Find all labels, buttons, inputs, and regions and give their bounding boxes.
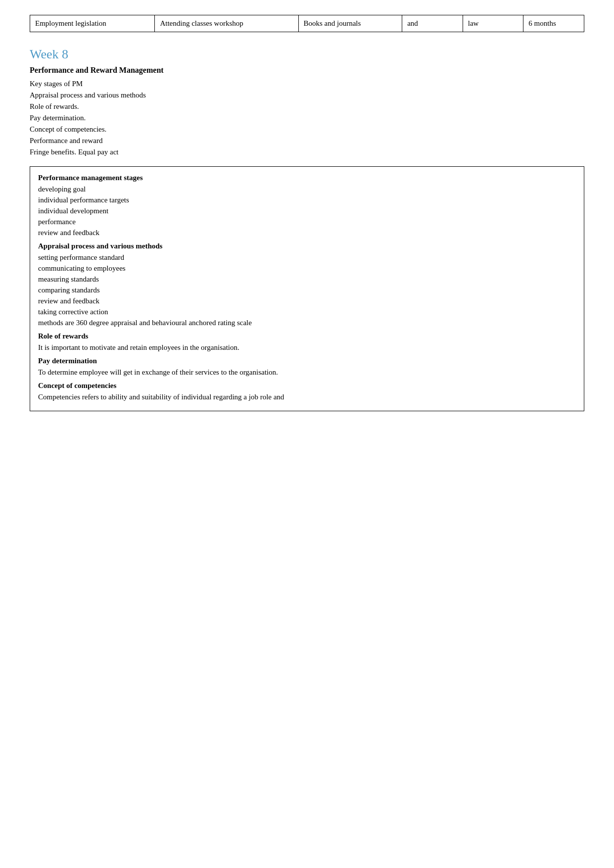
col-attending: Attending classes workshop [155,15,298,32]
appraisal-item-5: review and feedback [38,297,576,305]
rewards-section: Role of rewards It is important to motiv… [38,332,576,352]
appraisal-title: Appraisal process and various methods [38,242,576,250]
appraisal-item-2: communicating to employees [38,264,576,273]
topic-2: Appraisal process and various methods [30,91,584,99]
col-books: Books and journals [298,15,402,32]
appraisal-item-1: setting performance standard [38,253,576,262]
pm-item-3: individual development [38,207,576,215]
pm-stages-title: Performance management stages [38,174,576,182]
col-law: law [463,15,523,32]
topic-5: Concept of competencies. [30,125,584,134]
pm-item-5: review and feedback [38,229,576,237]
topic-list: Key stages of PM Appraisal process and v… [30,80,584,156]
pm-item-2: individual performance targets [38,196,576,204]
pay-section: Pay determination To determine employee … [38,357,576,377]
col-months: 6 months [523,15,584,32]
rewards-text: It is important to motivate and retain e… [38,343,576,352]
topic-3: Role of rewards. [30,102,584,111]
pay-title: Pay determination [38,357,576,365]
topic-6: Performance and reward [30,137,584,145]
section-title: Performance and Reward Management [30,66,584,75]
col-and: and [402,15,463,32]
appraisal-item-3: measuring standards [38,275,576,284]
appraisal-item-6: taking corrective action [38,308,576,316]
topic-1: Key stages of PM [30,80,584,88]
competencies-section: Concept of competencies Competencies ref… [38,382,576,401]
employment-table: Employment legislation Attending classes… [30,15,584,32]
pay-text: To determine employee will get in exchan… [38,368,576,377]
table-row: Employment legislation Attending classes… [30,15,584,32]
detail-box: Performance management stages developing… [30,166,584,411]
topic-7: Fringe benefits. Equal pay act [30,148,584,156]
col-employment: Employment legislation [30,15,155,32]
topic-4: Pay determination. [30,114,584,122]
week-heading: Week 8 [30,47,584,62]
pm-item-1: developing goal [38,185,576,193]
appraisal-item-4: comparing standards [38,286,576,294]
appraisal-item-7: methods are 360 degree appraisal and beh… [38,319,576,327]
books-label: Books and journals [304,19,361,27]
rewards-title: Role of rewards [38,332,576,340]
pm-item-4: performance [38,218,576,226]
competencies-title: Concept of competencies [38,382,576,390]
appraisal-section: Appraisal process and various methods se… [38,242,576,327]
competencies-text: Competencies refers to ability and suita… [38,393,576,401]
